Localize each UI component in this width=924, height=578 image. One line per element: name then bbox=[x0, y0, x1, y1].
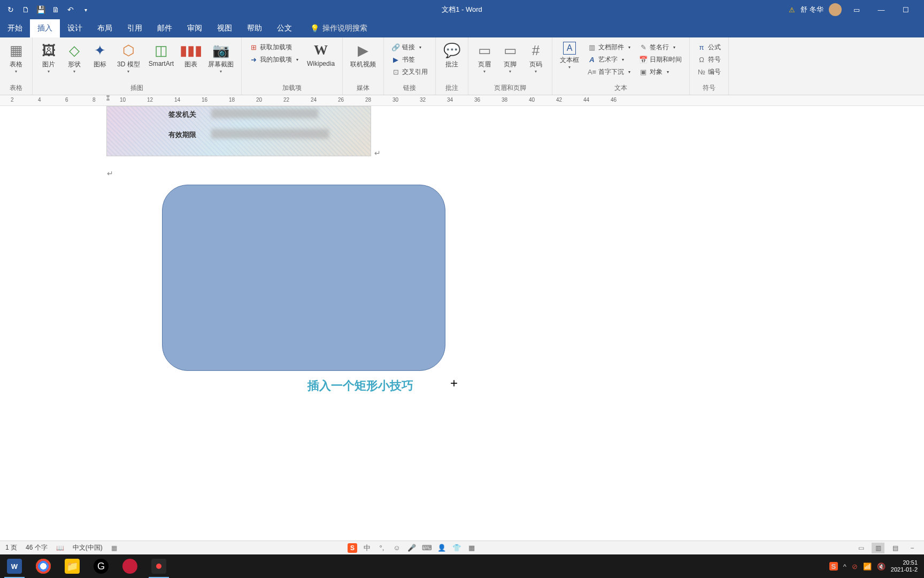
tab-mail[interactable]: 邮件 bbox=[150, 19, 180, 37]
tray-block-icon[interactable]: ⊘ bbox=[852, 562, 858, 571]
qat-more-icon[interactable]: ▾ bbox=[81, 5, 90, 14]
table-button[interactable]: ▦ 表格 ▾ bbox=[4, 40, 28, 76]
my-addins-button[interactable]: ➜我的加载项▾ bbox=[249, 54, 298, 65]
ime-keyboard-icon[interactable]: ⌨ bbox=[421, 543, 432, 553]
ime-punct-icon[interactable]: °, bbox=[376, 543, 387, 553]
tab-home[interactable]: 开始 bbox=[0, 19, 30, 37]
save-icon[interactable]: 💾 bbox=[36, 5, 45, 14]
print-layout-button[interactable]: ▥ bbox=[872, 543, 884, 553]
minimize-icon[interactable]: — bbox=[872, 0, 891, 19]
document-canvas[interactable]: 签发机关 有效期限 ↵ ↵ + 插入一个矩形小技巧 bbox=[0, 106, 924, 518]
quickparts-button[interactable]: ▥文档部件▾ bbox=[588, 42, 630, 53]
word-count[interactable]: 46 个字 bbox=[26, 543, 48, 552]
group-label-headerfooter: 页眉和页脚 bbox=[468, 82, 552, 95]
taskbar-word[interactable]: W bbox=[0, 554, 29, 578]
bookmark-button[interactable]: ▶书签 bbox=[391, 54, 428, 65]
ribbon-options-icon[interactable]: ▭ bbox=[847, 0, 866, 19]
tab-references[interactable]: 引用 bbox=[120, 19, 150, 37]
taskbar-red[interactable] bbox=[116, 554, 144, 578]
wordart-icon: A bbox=[588, 56, 596, 64]
id-card-image[interactable]: 签发机关 有效期限 bbox=[106, 106, 371, 156]
object-button[interactable]: ▣对象▾ bbox=[639, 66, 682, 78]
undo-icon[interactable]: ↶ bbox=[66, 5, 75, 14]
tab-view[interactable]: 视图 bbox=[210, 19, 240, 37]
horizontal-ruler[interactable]: 2468101214161820222426283032343638404244… bbox=[0, 95, 924, 106]
signature-button[interactable]: ✎签名行▾ bbox=[639, 42, 682, 53]
read-mode-button[interactable]: ▭ bbox=[854, 543, 867, 553]
tab-layout[interactable]: 布局 bbox=[90, 19, 120, 37]
tell-me-label: 操作说明搜索 bbox=[322, 24, 367, 33]
tray-clock[interactable]: 20:51 2021-01-2 bbox=[891, 559, 918, 573]
taskbar-recorder[interactable] bbox=[144, 554, 173, 578]
link-button[interactable]: 🔗链接▾ bbox=[391, 42, 428, 53]
tab-insert[interactable]: 插入 bbox=[30, 19, 60, 37]
textbox-button[interactable]: A文本框▾ bbox=[557, 40, 582, 72]
get-addins-button[interactable]: ⊞获取加载项 bbox=[249, 42, 298, 53]
ime-shirt-icon[interactable]: 👕 bbox=[451, 543, 462, 553]
picture-icon: 🖼 bbox=[40, 42, 57, 59]
online-video-button[interactable]: ▶联机视频 bbox=[347, 40, 379, 71]
ime-mic-icon[interactable]: 🎤 bbox=[406, 543, 417, 553]
wikipedia-button[interactable]: WWikipedia bbox=[304, 40, 338, 70]
page-indicator[interactable]: 1 页 bbox=[5, 543, 17, 552]
group-label-comments: 批注 bbox=[436, 82, 468, 95]
ime-person-icon[interactable]: 👤 bbox=[436, 543, 447, 553]
smartart-button[interactable]: ◫SmartArt bbox=[145, 40, 177, 70]
picture-button[interactable]: 🖼图片▾ bbox=[37, 40, 60, 76]
warning-icon[interactable]: ⚠ bbox=[789, 6, 795, 14]
crossref-button[interactable]: ⊡交叉引用 bbox=[391, 66, 428, 78]
taskbar-g[interactable]: G bbox=[87, 554, 116, 578]
datetime-button[interactable]: 📅日期和时间 bbox=[639, 54, 682, 65]
comment-button[interactable]: 💬批注 bbox=[440, 40, 464, 71]
maximize-icon[interactable]: ☐ bbox=[896, 0, 915, 19]
icons-icon: ✦ bbox=[91, 42, 109, 59]
3dmodel-button[interactable]: ⬡3D 模型▾ bbox=[114, 40, 143, 76]
ime-lang-label[interactable]: 中 bbox=[361, 543, 372, 553]
language-indicator[interactable]: 中文(中国) bbox=[73, 543, 103, 552]
zoom-out-button[interactable]: − bbox=[906, 543, 919, 553]
macro-icon[interactable]: ▦ bbox=[111, 544, 117, 552]
wordart-button[interactable]: A艺术字▾ bbox=[588, 54, 630, 65]
crosshair-cursor-icon: + bbox=[450, 376, 458, 391]
number-button[interactable]: №编号 bbox=[697, 66, 721, 78]
tab-design[interactable]: 设计 bbox=[60, 19, 90, 37]
autosave-icon[interactable]: ↻ bbox=[6, 5, 15, 14]
tell-me-search[interactable]: 💡 操作说明搜索 bbox=[299, 19, 367, 37]
tray-up-icon[interactable]: ^ bbox=[843, 562, 846, 571]
tab-gongwen[interactable]: 公文 bbox=[270, 19, 299, 37]
screenshot-button[interactable]: 📷屏幕截图▾ bbox=[205, 40, 237, 76]
group-label-illustrations: 插图 bbox=[33, 82, 241, 95]
tray-wifi-icon[interactable]: 📶 bbox=[863, 562, 872, 571]
pagenum-button[interactable]: #页码▾ bbox=[524, 40, 548, 76]
taskbar-explorer[interactable]: 📁 bbox=[58, 554, 87, 578]
ime-grid-icon[interactable]: ▦ bbox=[466, 543, 477, 553]
tray-sogou-icon[interactable]: S bbox=[829, 562, 838, 571]
avatar[interactable] bbox=[829, 3, 842, 16]
rounded-rectangle-shape[interactable] bbox=[162, 185, 445, 371]
ribbon-tabs: 开始 插入 设计 布局 引用 邮件 审阅 视图 帮助 公文 💡 操作说明搜索 bbox=[0, 19, 924, 37]
sogou-icon[interactable]: S bbox=[348, 543, 357, 553]
indent-marker-icon[interactable] bbox=[105, 95, 111, 101]
print-preview-icon[interactable]: 🗎 bbox=[51, 5, 60, 14]
signature-icon: ✎ bbox=[639, 43, 648, 52]
header-button[interactable]: ▭页眉▾ bbox=[473, 40, 496, 76]
tab-review[interactable]: 审阅 bbox=[180, 19, 210, 37]
new-doc-icon[interactable]: 🗋 bbox=[21, 5, 30, 14]
chart-button[interactable]: ▮▮▮图表 bbox=[179, 40, 203, 71]
ime-emoji-icon[interactable]: ☺ bbox=[391, 543, 402, 553]
titlebar: ↻ 🗋 💾 🗎 ↶ ▾ 文档1 - Word ⚠ 舒 冬华 ▭ — ☐ bbox=[0, 0, 924, 19]
tray-volume-icon[interactable]: 🔇 bbox=[877, 562, 886, 571]
footer-button[interactable]: ▭页脚▾ bbox=[498, 40, 522, 76]
icons-button[interactable]: ✦图标 bbox=[88, 40, 112, 71]
dropcap-button[interactable]: A≡首字下沉▾ bbox=[588, 66, 630, 78]
shapes-button[interactable]: ◇形状▾ bbox=[63, 40, 86, 76]
symbol-button[interactable]: Ω符号 bbox=[697, 54, 721, 65]
username-label: 舒 冬华 bbox=[800, 5, 823, 14]
spell-check-icon[interactable]: 📖 bbox=[56, 544, 64, 552]
taskbar-chrome[interactable] bbox=[29, 554, 58, 578]
web-layout-button[interactable]: ▤ bbox=[889, 543, 902, 553]
tab-help[interactable]: 帮助 bbox=[240, 19, 270, 37]
document-title: 文档1 - Word bbox=[442, 5, 482, 14]
equation-button[interactable]: π公式 bbox=[697, 42, 721, 53]
cursor-para-mark: ↵ bbox=[107, 169, 113, 178]
